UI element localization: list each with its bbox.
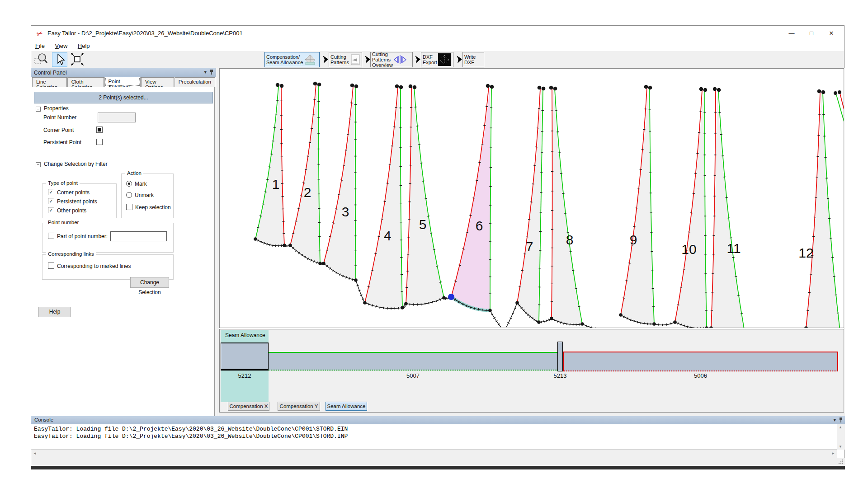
seam-segment-bar-5212[interactable] — [221, 343, 269, 371]
window-title: Easy Tailor - D:\2_Projekte\Easy\2020\03… — [47, 30, 243, 37]
mark-label: Mark — [135, 181, 147, 187]
app-window: ✂ Easy Tailor - D:\2_Projekte\Easy\2020\… — [31, 25, 844, 469]
control-panel-header: Control Panel ▾ — [31, 68, 216, 77]
mark-radio[interactable] — [126, 181, 132, 187]
divider — [34, 298, 213, 298]
tab-compensation-y[interactable]: Compensation Y — [278, 402, 320, 411]
gore-number: 7 — [526, 239, 533, 254]
menu-file[interactable]: File — [31, 41, 49, 51]
persistent-point-checkbox[interactable] — [96, 139, 103, 145]
properties-section-header[interactable]: −Properties — [36, 105, 69, 112]
panel-dropdown-icon[interactable]: ▾ — [833, 417, 836, 423]
collapse-icon[interactable]: − — [36, 107, 41, 112]
corner-point-checkbox[interactable] — [96, 127, 103, 133]
persistent-points-label: Persistent points — [57, 198, 97, 205]
tab-line-selection[interactable]: Line Selection — [32, 77, 67, 87]
step-cutting-patterns-overview[interactable]: Cutting Patterns Overview — [370, 52, 413, 67]
menu-bar: File View Help — [31, 41, 844, 51]
point-number-input[interactable] — [98, 113, 136, 122]
gore-panel-12[interactable]: 12 — [798, 89, 841, 328]
gore-panel-9[interactable]: 9 — [619, 85, 656, 326]
gore-panel-11[interactable]: 11 — [709, 87, 746, 328]
zoom-tool-button[interactable] — [34, 52, 49, 67]
scroll-right-icon[interactable]: ► — [831, 451, 835, 455]
zoom-extents-button[interactable] — [70, 52, 85, 67]
scroll-down-icon[interactable]: ▼ — [839, 445, 842, 449]
scroll-left-icon[interactable]: ◄ — [33, 451, 37, 455]
panel-splitter[interactable] — [216, 68, 219, 416]
gore-panel-2[interactable]: 2 — [288, 82, 322, 265]
seam-segment-bar-5006[interactable] — [563, 352, 838, 371]
minimize-button[interactable]: — — [782, 26, 802, 41]
scroll-up-icon[interactable]: ▲ — [839, 425, 842, 429]
panel-dropdown-icon[interactable]: ▾ — [204, 69, 207, 75]
gore-number: 9 — [630, 232, 637, 247]
tab-view-options[interactable]: View Options — [141, 77, 174, 87]
gore-number: 10 — [681, 242, 696, 257]
pin-icon[interactable] — [209, 69, 214, 75]
persistent-points-checkbox[interactable] — [48, 198, 54, 204]
gore-panel-8[interactable]: 8 — [549, 86, 584, 326]
tab-point-selection[interactable]: Point Selection — [104, 77, 141, 87]
tab-seam-allowance[interactable]: Seam Allowance — [326, 402, 367, 411]
persistent-point-label: Persistent Point — [43, 139, 81, 145]
step-dxf-export[interactable]: DXF Export — [421, 52, 453, 67]
step-compensation-seam-allowance[interactable]: Compensation/ Seam Allowance — [264, 52, 320, 67]
close-button[interactable]: ✕ — [821, 26, 841, 41]
gore-panel-7[interactable]: 7 — [515, 86, 545, 324]
menu-help[interactable]: Help — [74, 41, 94, 51]
point-number-label: Point Number — [43, 114, 76, 121]
part-of-point-number-checkbox[interactable] — [48, 233, 54, 239]
workflow-arrow-icon — [415, 55, 421, 64]
cursor-icon — [52, 53, 67, 66]
gore-panel-10[interactable]: 10 — [673, 87, 708, 328]
gore-number: 8 — [566, 232, 574, 247]
tab-cloth-selection[interactable]: Cloth Selection — [67, 77, 104, 87]
gore-panel-1[interactable]: 1 — [254, 83, 286, 247]
keep-selection-label: Keep selection — [135, 204, 171, 211]
gore-number: 1 — [272, 177, 280, 192]
tab-precalculation[interactable]: Precalculation — [175, 77, 215, 87]
seam-segment-bar-5007[interactable] — [269, 352, 557, 371]
part-of-point-number-input[interactable] — [110, 231, 167, 241]
other-points-checkbox[interactable] — [48, 207, 54, 213]
select-tool-button[interactable] — [52, 52, 67, 67]
corner-points-checkbox[interactable] — [48, 189, 54, 195]
pin-icon[interactable] — [839, 417, 843, 423]
console-vertical-scrollbar[interactable]: ▲ ▼ — [837, 424, 845, 450]
collapse-icon[interactable]: − — [36, 162, 41, 167]
help-button[interactable]: Help — [38, 307, 71, 317]
step-write-dxf[interactable]: Write DXF — [462, 52, 484, 67]
filter-section-header[interactable]: −Change Selection by Filter — [36, 161, 108, 167]
unmark-radio[interactable] — [126, 192, 132, 198]
gore-panel-5[interactable]: 5 — [404, 84, 446, 306]
corresponding-to-marked-lines-checkbox[interactable] — [48, 263, 54, 269]
tab-compensation-x[interactable]: Compensation X — [228, 402, 269, 411]
gores-drawing[interactable]: 123456789101112 — [220, 69, 844, 328]
selection-banner: 2 Point(s) selected... — [34, 92, 213, 103]
resize-grip[interactable] — [838, 459, 844, 465]
pattern-canvas[interactable]: 123456789101112 — [219, 68, 844, 328]
control-panel: Control Panel ▾ Line Selection Cloth Sel… — [31, 68, 216, 416]
part-of-point-number-label: Part of point number: — [57, 233, 108, 239]
keep-selection-checkbox[interactable] — [126, 204, 132, 210]
gore-panel-4[interactable]: 4 — [363, 84, 404, 310]
maximize-button[interactable]: □ — [802, 26, 821, 41]
change-selection-button[interactable]: Change Selection — [130, 277, 169, 288]
seam-panel-title: Seam Allowance — [225, 332, 265, 338]
step-cutting-patterns[interactable]: Cutting Patterns — [329, 52, 362, 67]
console-panel: Console ▾ EasyTailor: Loading file D:\2_… — [31, 416, 845, 458]
seam-segment-bar-5213[interactable] — [557, 342, 563, 371]
selected-point[interactable] — [448, 294, 454, 300]
zoom-extents-icon — [70, 52, 85, 66]
console-header: Console ▾ — [31, 416, 845, 424]
magnifier-icon — [34, 52, 48, 66]
gore-panel-3[interactable]: 3 — [322, 84, 358, 282]
scissors-app-icon: ✂ — [35, 28, 44, 38]
menu-view[interactable]: View — [51, 41, 71, 51]
partial-gore — [834, 90, 844, 134]
bottom-arc — [582, 324, 604, 328]
gore-panel-6[interactable]: 6 — [449, 84, 494, 312]
bottom-arc — [356, 280, 365, 303]
console-horizontal-scrollbar[interactable]: ◄ ► — [31, 450, 837, 458]
